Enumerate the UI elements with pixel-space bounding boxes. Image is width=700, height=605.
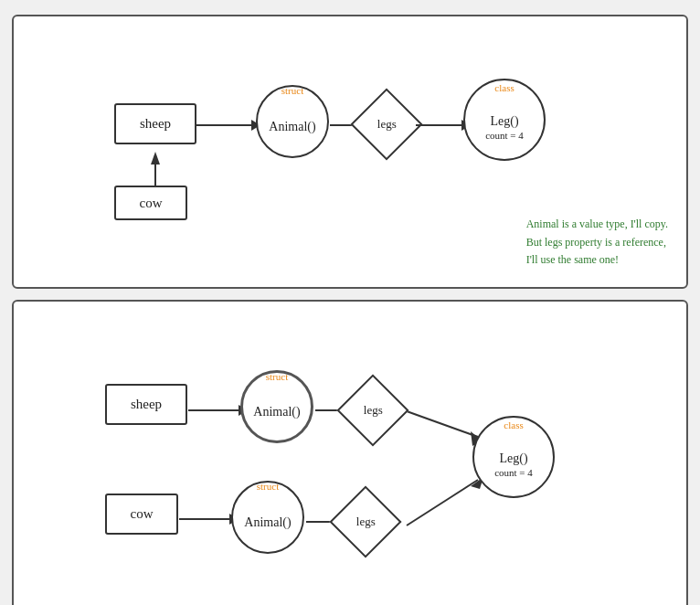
diagram-container: sheep cow struct Animal() [12,15,688,605]
svg-marker-1 [151,152,160,165]
leg-label-2: Leg() [499,451,527,466]
legs1-diamond: legs [345,382,401,439]
cow-label-2: cow [131,506,154,522]
animal1-circle: struct Animal() [240,370,313,443]
note-text: Animal is a value type, I'll copy. But l… [526,216,668,269]
svg-line-4 [407,480,478,525]
animal-label: Animal() [269,120,315,134]
cow-box-2: cow [105,494,178,535]
panel-1: sheep cow struct Animal() [12,15,688,289]
struct-label-1: struct [266,371,288,382]
class-label-2: class [504,419,523,430]
svg-line-2 [407,411,478,437]
legs2-diamond: legs [337,494,394,550]
legs-label: legs [377,117,397,132]
cow-box: cow [114,186,187,220]
sheep-box: sheep [114,103,196,144]
legs2-label: legs [356,515,376,529]
panel-2: sheep cow struct Animal() [12,300,688,605]
legs1-label: legs [364,403,383,418]
cow-label: cow [140,196,163,211]
class-label: class [494,82,514,93]
leg-label: Leg() [490,114,518,129]
sheep-label: sheep [140,116,171,132]
leg-sub: count = 4 [485,130,524,141]
legs-diamond: legs [359,97,414,152]
leg-circle-2: class Leg() count = 4 [472,416,555,498]
sheep-label-2: sheep [131,397,162,412]
animal-circle: struct Animal() [256,85,329,158]
leg-circle: class Leg() count = 4 [463,79,546,161]
animal2-circle: struct Animal() [231,481,304,554]
leg-sub-2: count = 4 [494,467,533,478]
struct-label-2: struct [257,481,279,492]
sheep-box-2: sheep [105,384,187,425]
animal1-label: Animal() [253,405,300,419]
animal2-label: Animal() [244,515,291,530]
struct-label: struct [281,85,303,96]
